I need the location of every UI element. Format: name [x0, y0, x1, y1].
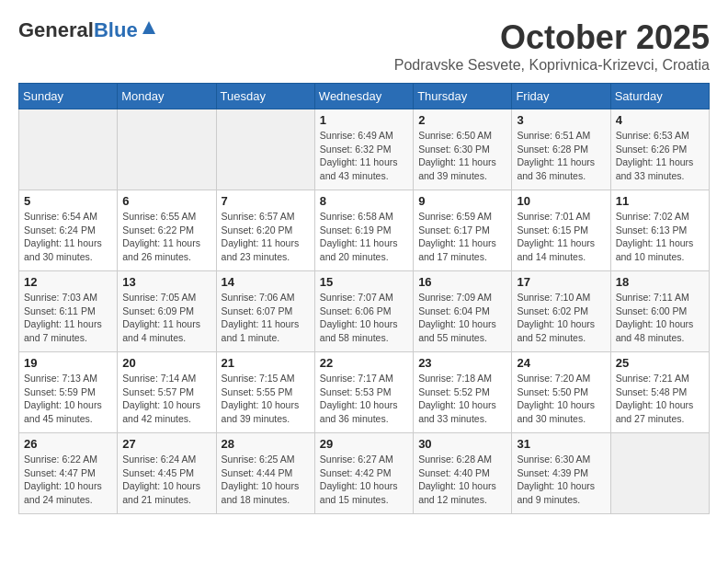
day-number: 28 [222, 437, 310, 451]
logo-general: General [18, 18, 94, 42]
weekday-header-wednesday: Wednesday [314, 84, 413, 109]
day-info: Sunrise: 6:49 AM Sunset: 6:32 PM Dayligh… [320, 129, 408, 183]
calendar-cell: 10Sunrise: 7:01 AM Sunset: 6:15 PM Dayli… [512, 190, 610, 271]
day-number: 10 [517, 194, 605, 208]
calendar-cell: 12Sunrise: 7:03 AM Sunset: 6:11 PM Dayli… [19, 271, 118, 352]
day-info: Sunrise: 7:06 AM Sunset: 6:07 PM Dayligh… [222, 291, 310, 345]
calendar-cell: 5Sunrise: 6:54 AM Sunset: 6:24 PM Daylig… [19, 190, 118, 271]
calendar-cell: 15Sunrise: 7:07 AM Sunset: 6:06 PM Dayli… [314, 271, 413, 352]
day-number: 23 [418, 356, 506, 370]
day-number: 30 [418, 437, 506, 451]
calendar-cell [19, 109, 118, 190]
calendar-cell: 7Sunrise: 6:57 AM Sunset: 6:20 PM Daylig… [216, 190, 314, 271]
day-info: Sunrise: 7:09 AM Sunset: 6:04 PM Dayligh… [418, 291, 506, 345]
calendar-cell [610, 433, 709, 514]
day-number: 9 [418, 194, 506, 208]
title-block: October 2025 Podravske Sesvete, Koprivni… [394, 18, 710, 74]
day-info: Sunrise: 6:53 AM Sunset: 6:26 PM Dayligh… [616, 129, 704, 183]
day-number: 7 [222, 194, 310, 208]
calendar-cell: 22Sunrise: 7:17 AM Sunset: 5:53 PM Dayli… [314, 352, 413, 433]
calendar-cell [216, 109, 314, 190]
day-info: Sunrise: 6:58 AM Sunset: 6:19 PM Dayligh… [320, 210, 408, 264]
day-number: 5 [24, 194, 112, 208]
calendar-cell: 6Sunrise: 6:55 AM Sunset: 6:22 PM Daylig… [118, 190, 216, 271]
calendar-cell: 20Sunrise: 7:14 AM Sunset: 5:57 PM Dayli… [118, 352, 216, 433]
day-info: Sunrise: 6:25 AM Sunset: 4:44 PM Dayligh… [222, 453, 310, 507]
calendar-cell [118, 109, 216, 190]
day-info: Sunrise: 6:24 AM Sunset: 4:45 PM Dayligh… [122, 453, 210, 507]
calendar-cell: 26Sunrise: 6:22 AM Sunset: 4:47 PM Dayli… [19, 433, 118, 514]
calendar-cell: 16Sunrise: 7:09 AM Sunset: 6:04 PM Dayli… [414, 271, 512, 352]
calendar-cell: 25Sunrise: 7:21 AM Sunset: 5:48 PM Dayli… [610, 352, 709, 433]
day-info: Sunrise: 6:59 AM Sunset: 6:17 PM Dayligh… [418, 210, 506, 264]
day-number: 26 [24, 437, 112, 451]
calendar-cell: 9Sunrise: 6:59 AM Sunset: 6:17 PM Daylig… [414, 190, 512, 271]
month-title: October 2025 [394, 18, 710, 57]
day-number: 20 [122, 356, 210, 370]
week-row-3: 12Sunrise: 7:03 AM Sunset: 6:11 PM Dayli… [19, 271, 710, 352]
day-number: 31 [517, 437, 605, 451]
weekday-header-sunday: Sunday [19, 84, 118, 109]
day-number: 12 [24, 275, 112, 289]
calendar-cell: 27Sunrise: 6:24 AM Sunset: 4:45 PM Dayli… [118, 433, 216, 514]
day-number: 24 [517, 356, 605, 370]
weekday-header-thursday: Thursday [414, 84, 512, 109]
logo: General Blue [18, 18, 157, 42]
day-info: Sunrise: 7:05 AM Sunset: 6:09 PM Dayligh… [122, 291, 210, 345]
day-info: Sunrise: 6:22 AM Sunset: 4:47 PM Dayligh… [24, 453, 112, 507]
weekday-header-row: SundayMondayTuesdayWednesdayThursdayFrid… [19, 84, 710, 109]
day-info: Sunrise: 7:02 AM Sunset: 6:13 PM Dayligh… [616, 210, 704, 264]
day-number: 8 [320, 194, 408, 208]
day-info: Sunrise: 7:18 AM Sunset: 5:52 PM Dayligh… [418, 372, 506, 426]
logo-blue: Blue [94, 18, 138, 42]
day-info: Sunrise: 6:51 AM Sunset: 6:28 PM Dayligh… [517, 129, 605, 183]
day-info: Sunrise: 7:14 AM Sunset: 5:57 PM Dayligh… [122, 372, 210, 426]
logo-icon [141, 19, 157, 36]
day-info: Sunrise: 7:07 AM Sunset: 6:06 PM Dayligh… [320, 291, 408, 345]
day-number: 22 [320, 356, 408, 370]
calendar-cell: 31Sunrise: 6:30 AM Sunset: 4:39 PM Dayli… [512, 433, 610, 514]
day-number: 21 [222, 356, 310, 370]
day-number: 6 [122, 194, 210, 208]
calendar-cell: 14Sunrise: 7:06 AM Sunset: 6:07 PM Dayli… [216, 271, 314, 352]
day-number: 27 [122, 437, 210, 451]
day-info: Sunrise: 6:54 AM Sunset: 6:24 PM Dayligh… [24, 210, 112, 264]
day-number: 19 [24, 356, 112, 370]
location: Podravske Sesvete, Koprivnica-Krizevci, … [394, 57, 710, 74]
day-info: Sunrise: 7:15 AM Sunset: 5:55 PM Dayligh… [222, 372, 310, 426]
calendar-cell: 3Sunrise: 6:51 AM Sunset: 6:28 PM Daylig… [512, 109, 610, 190]
day-info: Sunrise: 7:01 AM Sunset: 6:15 PM Dayligh… [517, 210, 605, 264]
week-row-5: 26Sunrise: 6:22 AM Sunset: 4:47 PM Dayli… [19, 433, 710, 514]
weekday-header-saturday: Saturday [610, 84, 709, 109]
weekday-header-friday: Friday [512, 84, 610, 109]
weekday-header-monday: Monday [118, 84, 216, 109]
day-number: 16 [418, 275, 506, 289]
day-number: 3 [517, 113, 605, 127]
calendar-cell: 21Sunrise: 7:15 AM Sunset: 5:55 PM Dayli… [216, 352, 314, 433]
calendar-cell: 30Sunrise: 6:28 AM Sunset: 4:40 PM Dayli… [414, 433, 512, 514]
day-info: Sunrise: 6:55 AM Sunset: 6:22 PM Dayligh… [122, 210, 210, 264]
day-info: Sunrise: 6:27 AM Sunset: 4:42 PM Dayligh… [320, 453, 408, 507]
day-info: Sunrise: 6:28 AM Sunset: 4:40 PM Dayligh… [418, 453, 506, 507]
day-info: Sunrise: 7:13 AM Sunset: 5:59 PM Dayligh… [24, 372, 112, 426]
calendar-cell: 2Sunrise: 6:50 AM Sunset: 6:30 PM Daylig… [414, 109, 512, 190]
week-row-4: 19Sunrise: 7:13 AM Sunset: 5:59 PM Dayli… [19, 352, 710, 433]
day-info: Sunrise: 7:11 AM Sunset: 6:00 PM Dayligh… [616, 291, 704, 345]
day-number: 1 [320, 113, 408, 127]
calendar-cell: 24Sunrise: 7:20 AM Sunset: 5:50 PM Dayli… [512, 352, 610, 433]
calendar-cell: 11Sunrise: 7:02 AM Sunset: 6:13 PM Dayli… [610, 190, 709, 271]
day-number: 11 [616, 194, 704, 208]
weekday-header-tuesday: Tuesday [216, 84, 314, 109]
calendar-cell: 8Sunrise: 6:58 AM Sunset: 6:19 PM Daylig… [314, 190, 413, 271]
calendar-cell: 13Sunrise: 7:05 AM Sunset: 6:09 PM Dayli… [118, 271, 216, 352]
week-row-1: 1Sunrise: 6:49 AM Sunset: 6:32 PM Daylig… [19, 109, 710, 190]
day-info: Sunrise: 7:21 AM Sunset: 5:48 PM Dayligh… [616, 372, 704, 426]
calendar-cell: 23Sunrise: 7:18 AM Sunset: 5:52 PM Dayli… [414, 352, 512, 433]
day-number: 2 [418, 113, 506, 127]
calendar-cell: 18Sunrise: 7:11 AM Sunset: 6:00 PM Dayli… [610, 271, 709, 352]
calendar-cell: 29Sunrise: 6:27 AM Sunset: 4:42 PM Dayli… [314, 433, 413, 514]
day-info: Sunrise: 6:30 AM Sunset: 4:39 PM Dayligh… [517, 453, 605, 507]
calendar-cell: 28Sunrise: 6:25 AM Sunset: 4:44 PM Dayli… [216, 433, 314, 514]
calendar-table: SundayMondayTuesdayWednesdayThursdayFrid… [18, 83, 710, 514]
day-info: Sunrise: 7:10 AM Sunset: 6:02 PM Dayligh… [517, 291, 605, 345]
